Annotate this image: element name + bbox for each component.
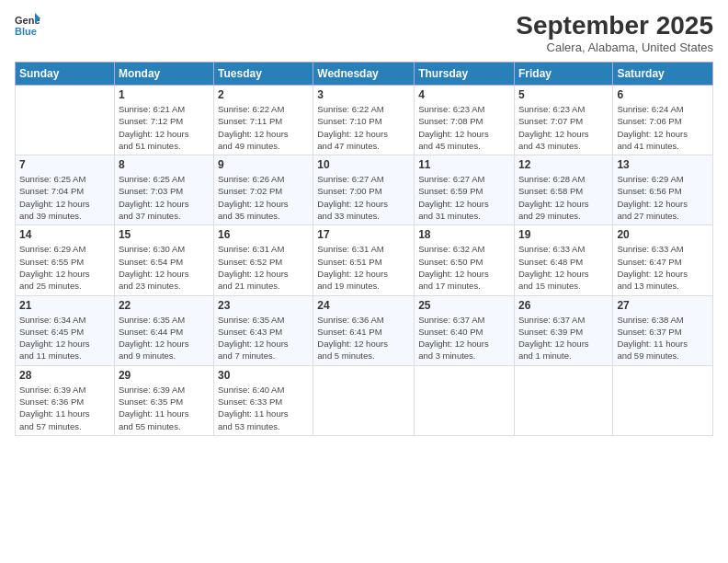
day-info: Sunrise: 6:37 AMSunset: 6:40 PMDaylight:… (418, 314, 510, 362)
day-info: Sunrise: 6:24 AMSunset: 7:06 PMDaylight:… (617, 103, 709, 152)
day-number: 9 (218, 158, 309, 171)
calendar-cell: 13Sunrise: 6:29 AMSunset: 6:56 PMDayligh… (613, 155, 713, 225)
day-number: 20 (617, 228, 709, 241)
calendar-cell: 9Sunrise: 6:26 AMSunset: 7:02 PMDaylight… (214, 155, 313, 225)
calendar-cell (613, 365, 713, 435)
calendar-cell: 18Sunrise: 6:32 AMSunset: 6:50 PMDayligh… (415, 225, 515, 295)
day-info: Sunrise: 6:34 AMSunset: 6:45 PMDaylight:… (19, 314, 110, 362)
logo: General Blue (15, 11, 40, 37)
day-number: 1 (119, 88, 210, 101)
day-info: Sunrise: 6:38 AMSunset: 6:37 PMDaylight:… (617, 314, 709, 362)
day-number: 14 (19, 228, 110, 241)
day-number: 22 (119, 299, 210, 312)
day-info: Sunrise: 6:37 AMSunset: 6:39 PMDaylight:… (518, 314, 609, 362)
calendar-week-1: 1Sunrise: 6:21 AMSunset: 7:12 PMDaylight… (16, 86, 713, 155)
day-number: 18 (418, 228, 510, 241)
day-info: Sunrise: 6:25 AMSunset: 7:04 PMDaylight:… (19, 173, 110, 222)
day-info: Sunrise: 6:31 AMSunset: 6:51 PMDaylight:… (317, 243, 410, 292)
day-number: 12 (518, 158, 609, 171)
day-number: 16 (218, 228, 309, 241)
calendar-cell (16, 86, 115, 155)
calendar-cell: 2Sunrise: 6:22 AMSunset: 7:11 PMDaylight… (214, 86, 313, 155)
day-number: 4 (418, 88, 510, 101)
calendar-cell: 11Sunrise: 6:27 AMSunset: 6:59 PMDayligh… (415, 155, 515, 225)
day-number: 6 (617, 88, 709, 101)
day-info: Sunrise: 6:31 AMSunset: 6:52 PMDaylight:… (218, 243, 309, 292)
day-info: Sunrise: 6:29 AMSunset: 6:55 PMDaylight:… (19, 243, 110, 292)
calendar-header-row: Sunday Monday Tuesday Wednesday Thursday… (16, 63, 713, 86)
day-number: 2 (218, 88, 309, 101)
location: Calera, Alabama, United States (516, 40, 713, 54)
calendar: Sunday Monday Tuesday Wednesday Thursday… (15, 62, 713, 436)
day-number: 25 (418, 299, 510, 312)
calendar-cell: 19Sunrise: 6:33 AMSunset: 6:48 PMDayligh… (514, 225, 612, 295)
day-info: Sunrise: 6:25 AMSunset: 7:03 PMDaylight:… (119, 173, 210, 222)
calendar-cell: 8Sunrise: 6:25 AMSunset: 7:03 PMDaylight… (114, 155, 213, 225)
calendar-cell: 21Sunrise: 6:34 AMSunset: 6:45 PMDayligh… (16, 295, 115, 365)
calendar-cell: 4Sunrise: 6:23 AMSunset: 7:08 PMDaylight… (415, 86, 515, 155)
col-wednesday: Wednesday (313, 63, 415, 86)
col-friday: Friday (514, 63, 612, 86)
calendar-cell: 16Sunrise: 6:31 AMSunset: 6:52 PMDayligh… (214, 225, 313, 295)
day-number: 23 (218, 299, 309, 312)
day-info: Sunrise: 6:21 AMSunset: 7:12 PMDaylight:… (119, 103, 210, 152)
day-info: Sunrise: 6:35 AMSunset: 6:44 PMDaylight:… (119, 314, 210, 362)
day-number: 3 (317, 88, 410, 101)
col-thursday: Thursday (415, 63, 515, 86)
day-number: 17 (317, 228, 410, 241)
day-info: Sunrise: 6:23 AMSunset: 7:07 PMDaylight:… (518, 103, 609, 152)
calendar-cell (514, 365, 612, 435)
day-number: 7 (19, 158, 110, 171)
day-number: 5 (518, 88, 609, 101)
day-number: 13 (617, 158, 709, 171)
col-saturday: Saturday (613, 63, 713, 86)
svg-text:Blue: Blue (15, 26, 37, 37)
day-number: 19 (518, 228, 609, 241)
title-block: September 2025 Calera, Alabama, United S… (516, 11, 713, 54)
day-info: Sunrise: 6:40 AMSunset: 6:33 PMDaylight:… (218, 384, 309, 432)
day-info: Sunrise: 6:36 AMSunset: 6:41 PMDaylight:… (317, 314, 410, 362)
col-monday: Monday (114, 63, 213, 86)
calendar-cell: 30Sunrise: 6:40 AMSunset: 6:33 PMDayligh… (214, 365, 313, 435)
day-info: Sunrise: 6:27 AMSunset: 7:00 PMDaylight:… (317, 173, 410, 222)
calendar-cell: 20Sunrise: 6:33 AMSunset: 6:47 PMDayligh… (613, 225, 713, 295)
day-info: Sunrise: 6:33 AMSunset: 6:47 PMDaylight:… (617, 243, 709, 292)
day-info: Sunrise: 6:22 AMSunset: 7:10 PMDaylight:… (317, 103, 410, 152)
calendar-cell: 28Sunrise: 6:39 AMSunset: 6:36 PMDayligh… (16, 365, 115, 435)
day-number: 11 (418, 158, 510, 171)
day-info: Sunrise: 6:27 AMSunset: 6:59 PMDaylight:… (418, 173, 510, 222)
calendar-week-4: 21Sunrise: 6:34 AMSunset: 6:45 PMDayligh… (16, 295, 713, 365)
calendar-cell: 23Sunrise: 6:35 AMSunset: 6:43 PMDayligh… (214, 295, 313, 365)
day-info: Sunrise: 6:35 AMSunset: 6:43 PMDaylight:… (218, 314, 309, 362)
calendar-cell: 22Sunrise: 6:35 AMSunset: 6:44 PMDayligh… (114, 295, 213, 365)
calendar-cell: 10Sunrise: 6:27 AMSunset: 7:00 PMDayligh… (313, 155, 415, 225)
calendar-cell: 25Sunrise: 6:37 AMSunset: 6:40 PMDayligh… (415, 295, 515, 365)
col-tuesday: Tuesday (214, 63, 313, 86)
calendar-week-3: 14Sunrise: 6:29 AMSunset: 6:55 PMDayligh… (16, 225, 713, 295)
calendar-cell: 3Sunrise: 6:22 AMSunset: 7:10 PMDaylight… (313, 86, 415, 155)
day-number: 15 (119, 228, 210, 241)
day-info: Sunrise: 6:39 AMSunset: 6:36 PMDaylight:… (19, 384, 110, 432)
header: General Blue September 2025 Calera, Alab… (15, 11, 713, 54)
day-info: Sunrise: 6:28 AMSunset: 6:58 PMDaylight:… (518, 173, 609, 222)
page: General Blue September 2025 Calera, Alab… (0, 0, 728, 563)
calendar-cell (415, 365, 515, 435)
day-info: Sunrise: 6:22 AMSunset: 7:11 PMDaylight:… (218, 103, 309, 152)
day-number: 21 (19, 299, 110, 312)
day-info: Sunrise: 6:23 AMSunset: 7:08 PMDaylight:… (418, 103, 510, 152)
calendar-cell (313, 365, 415, 435)
day-info: Sunrise: 6:39 AMSunset: 6:35 PMDaylight:… (119, 384, 210, 432)
day-number: 27 (617, 299, 709, 312)
day-number: 8 (119, 158, 210, 171)
day-info: Sunrise: 6:26 AMSunset: 7:02 PMDaylight:… (218, 173, 309, 222)
calendar-cell: 17Sunrise: 6:31 AMSunset: 6:51 PMDayligh… (313, 225, 415, 295)
day-number: 24 (317, 299, 410, 312)
day-info: Sunrise: 6:29 AMSunset: 6:56 PMDaylight:… (617, 173, 709, 222)
calendar-cell: 15Sunrise: 6:30 AMSunset: 6:54 PMDayligh… (114, 225, 213, 295)
calendar-cell: 12Sunrise: 6:28 AMSunset: 6:58 PMDayligh… (514, 155, 612, 225)
day-info: Sunrise: 6:30 AMSunset: 6:54 PMDaylight:… (119, 243, 210, 292)
day-info: Sunrise: 6:33 AMSunset: 6:48 PMDaylight:… (518, 243, 609, 292)
calendar-cell: 24Sunrise: 6:36 AMSunset: 6:41 PMDayligh… (313, 295, 415, 365)
day-info: Sunrise: 6:32 AMSunset: 6:50 PMDaylight:… (418, 243, 510, 292)
calendar-cell: 14Sunrise: 6:29 AMSunset: 6:55 PMDayligh… (16, 225, 115, 295)
